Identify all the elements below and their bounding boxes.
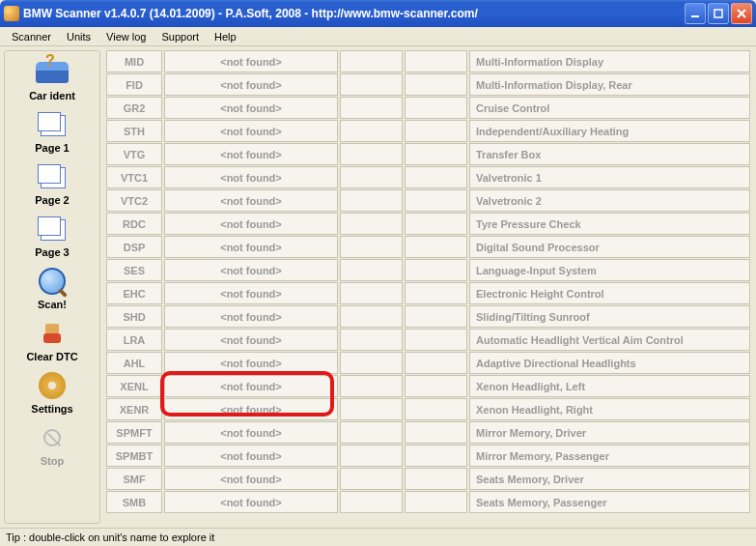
table-row[interactable]: STH<not found>Independent/Auxiliary Heat… <box>106 120 750 142</box>
unit-col4 <box>405 73 467 96</box>
titlebar: BMW Scanner v1.4.0.7 (14.01.2009) - P.A.… <box>0 0 756 27</box>
unit-status: <not found> <box>164 491 338 513</box>
sidebar-page-1[interactable]: Page 1 <box>9 109 96 154</box>
menu-help[interactable]: Help <box>207 29 244 44</box>
unit-col3 <box>340 189 403 212</box>
minimize-button[interactable] <box>685 3 706 24</box>
unit-description: Valvetronic 1 <box>469 166 750 188</box>
unit-col3 <box>340 73 403 96</box>
unit-description: Cruise Control <box>469 97 750 119</box>
unit-abbr: STH <box>106 120 162 142</box>
unit-abbr: XENR <box>106 398 162 420</box>
unit-col3 <box>340 282 403 304</box>
sidebar-label-page1: Page 1 <box>9 142 96 154</box>
unit-col4 <box>405 259 467 281</box>
table-row[interactable]: SES<not found>Language-Input System <box>106 259 750 281</box>
table-row[interactable]: XENR<not found>Xenon Headlight, Right <box>106 398 750 420</box>
unit-description: Digital Sound Processor <box>469 236 750 258</box>
sidebar-label-page3: Page 3 <box>9 246 96 258</box>
table-row[interactable]: FID<not found>Multi-Information Display,… <box>106 73 750 96</box>
menu-viewlog[interactable]: View log <box>98 29 154 44</box>
table-row[interactable]: VTC2<not found>Valvetronic 2 <box>106 189 750 212</box>
unit-abbr: SES <box>106 259 162 281</box>
table-row[interactable]: DSP<not found>Digital Sound Processor <box>106 236 750 258</box>
unit-col4 <box>405 166 467 188</box>
unit-description: Valvetronic 2 <box>469 189 750 212</box>
table-row[interactable]: XENL<not found>Xenon Headlight, Left <box>106 375 750 397</box>
unit-col4 <box>405 282 467 304</box>
unit-status: <not found> <box>164 143 338 165</box>
unit-abbr: GR2 <box>106 97 162 119</box>
unit-col3 <box>340 375 403 397</box>
table-row[interactable]: SMF<not found>Seats Memory, Driver <box>106 468 750 490</box>
table-row[interactable]: AHL<not found>Adaptive Directional Headl… <box>106 352 750 374</box>
unit-description: Seats Memory, Passenger <box>469 491 750 513</box>
table-row[interactable]: EHC<not found>Electronic Height Control <box>106 282 750 304</box>
sidebar-scan[interactable]: Scan! <box>9 266 96 310</box>
table-row[interactable]: SMB<not found>Seats Memory, Passenger <box>106 491 750 513</box>
unit-status: <not found> <box>164 282 338 304</box>
table-row[interactable]: LRA<not found>Automatic Headlight Vertic… <box>106 329 750 351</box>
unit-col4 <box>405 97 467 119</box>
maximize-button[interactable] <box>708 3 729 24</box>
table-row[interactable]: RDC<not found>Tyre Pressure Check <box>106 213 750 235</box>
unit-description: Xenon Headlight, Right <box>469 398 750 420</box>
unit-status: <not found> <box>164 97 338 119</box>
unit-description: Transfer Box <box>469 143 750 165</box>
unit-status: <not found> <box>164 329 338 351</box>
unit-status: <not found> <box>164 236 338 258</box>
table-row[interactable]: SPMBT<not found>Mirror Memory, Passenger <box>106 445 750 467</box>
unit-col3 <box>340 166 403 188</box>
menubar: Scanner Units View log Support Help <box>0 27 756 46</box>
sidebar-label-settings: Settings <box>9 403 96 415</box>
app-icon <box>4 6 19 21</box>
unit-description: Tyre Pressure Check <box>469 213 750 235</box>
unit-col3 <box>340 259 403 281</box>
unit-col3 <box>340 143 403 165</box>
unit-col4 <box>405 491 467 513</box>
table-row[interactable]: SPMFT<not found>Mirror Memory, Driver <box>106 421 750 444</box>
unit-status: <not found> <box>164 445 338 467</box>
unit-abbr: SPMFT <box>106 421 162 444</box>
unit-abbr: EHC <box>106 282 162 304</box>
unit-col3 <box>340 421 403 444</box>
unit-abbr: FID <box>106 73 162 96</box>
unit-abbr: SHD <box>106 305 162 328</box>
sidebar-car-ident[interactable]: Car ident <box>9 57 96 101</box>
unit-col3 <box>340 97 403 119</box>
sidebar-page-2[interactable]: Page 2 <box>9 161 96 206</box>
unit-description: Independent/Auxiliary Heating <box>469 120 750 142</box>
unit-status: <not found> <box>164 375 338 397</box>
unit-abbr: XENL <box>106 375 162 397</box>
unit-description: Automatic Headlight Vertical Aim Control <box>469 329 750 351</box>
menu-scanner[interactable]: Scanner <box>4 29 59 44</box>
unit-abbr: MID <box>106 50 162 72</box>
table-row[interactable]: MID<not found>Multi-Information Display <box>106 50 750 72</box>
unit-abbr: SMB <box>106 491 162 513</box>
unit-status: <not found> <box>164 259 338 281</box>
unit-description: Language-Input System <box>469 259 750 281</box>
unit-status: <not found> <box>164 120 338 142</box>
unit-abbr: SPMBT <box>106 445 162 467</box>
unit-status: <not found> <box>164 50 338 72</box>
unit-status: <not found> <box>164 421 338 444</box>
sidebar-page-3[interactable]: Page 3 <box>9 214 96 258</box>
table-row[interactable]: VTG<not found>Transfer Box <box>106 143 750 165</box>
unit-col3 <box>340 468 403 490</box>
unit-abbr: DSP <box>106 236 162 258</box>
table-row[interactable]: GR2<not found>Cruise Control <box>106 97 750 119</box>
unit-description: Xenon Headlight, Left <box>469 375 750 397</box>
sidebar-clear-dtc[interactable]: Clear DTC <box>9 318 96 362</box>
unit-col3 <box>340 50 403 72</box>
unit-col3 <box>340 352 403 374</box>
sidebar-label-carident: Car ident <box>9 90 96 101</box>
menu-units[interactable]: Units <box>59 29 98 44</box>
table-row[interactable]: VTC1<not found>Valvetronic 1 <box>106 166 750 188</box>
table-row[interactable]: SHD<not found>Sliding/Tilting Sunroof <box>106 305 750 328</box>
close-button[interactable] <box>731 3 752 24</box>
menu-support[interactable]: Support <box>154 29 207 44</box>
unit-description: Mirror Memory, Driver <box>469 421 750 444</box>
unit-col4 <box>405 398 467 420</box>
unit-col3 <box>340 445 403 467</box>
sidebar-settings[interactable]: Settings <box>9 370 96 415</box>
